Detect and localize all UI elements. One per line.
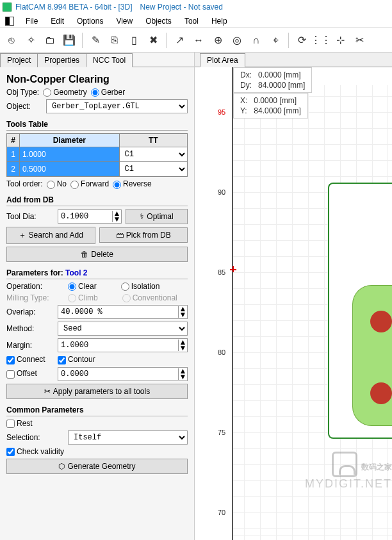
method-select[interactable]: Seed [58, 322, 188, 336]
app-logo-icon [3, 3, 12, 12]
y-tick: 75 [218, 429, 225, 436]
plus-icon: ＋ [19, 230, 26, 241]
selection-select[interactable]: Itself [68, 430, 188, 445]
connect-checkbox[interactable]: Connect [6, 355, 54, 364]
refresh-icon[interactable]: ⟳ [293, 31, 311, 49]
geometry-icon: ⬡ [58, 462, 65, 471]
offset-input[interactable]: ▲▼ [58, 367, 188, 381]
project-title: New Project - Not saved [140, 3, 223, 12]
trash-icon: 🗑 [81, 250, 88, 259]
tools-table: # Diameter TT 1 1.0000 C1 2 0.5000 C1 [6, 133, 188, 177]
menu-bar: File Edit Options View Objects Tool Help [0, 14, 392, 28]
watermark: 数码之家 [332, 452, 392, 477]
menu-edit[interactable]: Edit [44, 15, 70, 27]
menu-options[interactable]: Options [70, 15, 110, 27]
pad-hole [370, 382, 392, 404]
parameters-heading: Parameters for: Tool 2 [6, 267, 188, 279]
menu-help[interactable]: Help [205, 15, 234, 27]
tab-project[interactable]: Project [0, 53, 38, 67]
page-title: Non-Copper Clearing [6, 74, 188, 85]
obj-type-geometry[interactable]: Geometry [43, 88, 87, 97]
db-icon: 🗃 [116, 231, 124, 240]
tools-icon: ✂ [44, 387, 51, 396]
operation-clear[interactable]: Clear [68, 282, 97, 291]
tool-dia-label: Tool Dia: [6, 212, 54, 221]
menu-objects[interactable]: Objects [139, 15, 178, 27]
corner-snap-icon[interactable]: ⊹ [331, 31, 349, 49]
new-gerber-icon[interactable]: ⎋ [3, 31, 20, 49]
y-tick: 90 [218, 188, 225, 196]
milling-climb: Climb [68, 293, 98, 302]
tool-order-label: Tool order: [6, 179, 43, 188]
order-no[interactable]: No [47, 179, 67, 188]
plot-area[interactable]: 95 90 85 80 75 70 Dx:0.0000 [mm] Dy:84.0… [195, 67, 392, 540]
obj-type-label: Obj Type: [6, 88, 39, 97]
table-row: 2 0.5000 C1 [7, 162, 188, 177]
overlap-input[interactable]: ▲▼ [58, 305, 188, 319]
pick-from-db-button[interactable]: 🗃Pick from DB [99, 227, 188, 243]
jump-icon[interactable]: ∩ [247, 31, 265, 49]
title-bar: FlatCAM 8.994 BETA - 64bit - [3D] New Pr… [0, 0, 392, 14]
set-origin-icon[interactable]: ◎ [228, 31, 246, 49]
panel-tabs: Project Properties NCC Tool [0, 53, 194, 67]
delete-icon[interactable]: ✖ [144, 31, 162, 49]
origin-icon[interactable]: ⊕ [209, 31, 227, 49]
theme-toggle-icon[interactable] [5, 17, 14, 26]
locate-icon[interactable]: ⌖ [266, 31, 284, 49]
menu-file[interactable]: File [19, 15, 44, 27]
table-row: 1 1.0000 C1 [7, 147, 188, 162]
y-tick: 70 [218, 509, 225, 516]
tab-ncc-tool[interactable]: NCC Tool [86, 53, 133, 67]
edit-icon[interactable]: ✎ [86, 31, 104, 49]
order-forward[interactable]: Forward [70, 179, 109, 188]
delete-button[interactable]: 🗑Delete [6, 247, 188, 262]
margin-label: Margin: [6, 341, 54, 350]
search-add-button[interactable]: ＋Search and Add [6, 227, 95, 244]
order-reverse[interactable]: Reverse [113, 179, 152, 188]
tt-select-1[interactable]: C1 [120, 147, 187, 161]
check-validity-checkbox[interactable]: Check validity [6, 447, 64, 456]
y-tick: 85 [218, 268, 225, 276]
watermark-url: MYDIGIT.NET [305, 477, 392, 491]
snap-icon[interactable]: ⋮⋮ [312, 31, 330, 49]
new-excellon-icon[interactable]: ✧ [22, 31, 40, 49]
contour-checkbox[interactable]: Contour [58, 355, 95, 364]
tool-dia-input[interactable]: ▲▼ [58, 209, 122, 224]
method-label: Method: [6, 324, 54, 333]
plot-tabs: Plot Area [195, 53, 392, 67]
apply-all-button[interactable]: ✂Apply parameters to all tools [6, 384, 188, 399]
object-label: Object: [6, 102, 42, 111]
object-select[interactable]: Gerber_TopLayer.GTL [46, 99, 188, 113]
tab-properties[interactable]: Properties [37, 53, 86, 67]
margin-input[interactable]: ▲▼ [58, 338, 188, 352]
obj-type-gerber[interactable]: Gerber [91, 88, 125, 97]
pos-info-box: X:0.0000 [mm] Y:84.0000 [mm] [233, 93, 308, 119]
document-icon[interactable]: ▯ [125, 31, 143, 49]
tab-plot-area[interactable]: Plot Area [200, 53, 245, 67]
save-icon[interactable]: 💾 [60, 31, 78, 49]
open-icon[interactable]: 🗀 [41, 31, 59, 49]
copy-icon[interactable]: ⎘ [106, 31, 124, 49]
milling-type-label: Milling Type: [6, 293, 64, 302]
menu-tool[interactable]: Tool [178, 15, 205, 27]
th-num[interactable]: # [7, 134, 20, 147]
rest-checkbox[interactable]: Rest [6, 419, 33, 428]
generate-geometry-button[interactable]: ⬡Generate Geometry [6, 459, 188, 474]
y-tick: 95 [218, 108, 225, 116]
offset-checkbox[interactable]: Offset [6, 369, 54, 378]
pad-hole [370, 311, 392, 332]
distance-icon[interactable]: ↗ [170, 31, 188, 49]
th-diameter[interactable]: Diameter [20, 134, 120, 147]
add-from-db-heading: Add from DB [6, 194, 188, 206]
optimal-button[interactable]: ⚕Optimal [126, 209, 188, 224]
distance-min-icon[interactable]: ↔ [190, 31, 208, 49]
common-params-heading: Common Parameters [6, 404, 188, 416]
tt-select-2[interactable]: C1 [120, 162, 187, 176]
th-tt[interactable]: TT [119, 134, 187, 147]
copper-region [352, 285, 392, 426]
toolbar: ⎋ ✧ 🗀 💾 ✎ ⎘ ▯ ✖ ↗ ↔ ⊕ ◎ ∩ ⌖ ⟳ ⋮⋮ ⊹ ✂ [0, 28, 392, 53]
operation-label: Operation: [6, 282, 64, 291]
menu-view[interactable]: View [110, 15, 139, 27]
cut-icon[interactable]: ✂ [350, 31, 368, 49]
operation-isolation[interactable]: Isolation [121, 282, 160, 291]
